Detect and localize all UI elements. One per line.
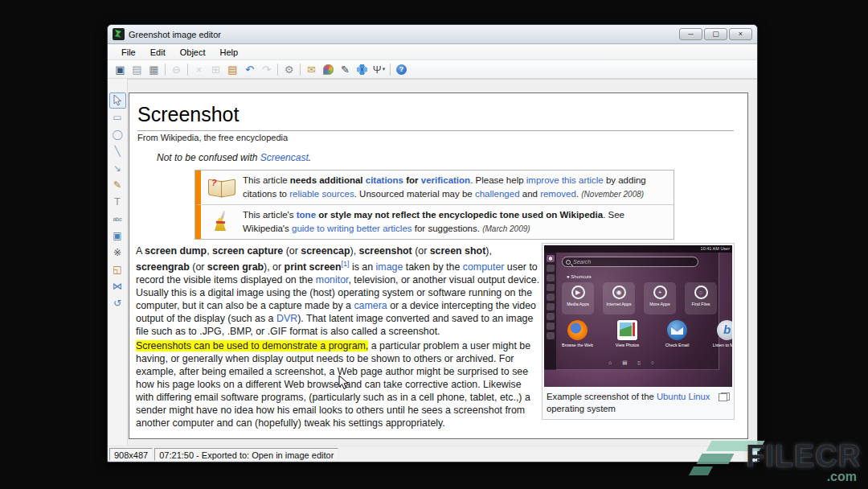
- canvas-area[interactable]: Screenshot From Wikipedia, the free ency…: [128, 79, 757, 446]
- rectangle-icon: ▭: [113, 112, 121, 123]
- watermark-text: FILECR: [746, 439, 861, 474]
- launcher-item: [547, 303, 555, 310]
- wiki-link[interactable]: improve this article: [526, 175, 604, 185]
- settings-button[interactable]: ⚙: [280, 61, 297, 77]
- ellipse-tool[interactable]: ◯: [109, 126, 126, 142]
- menu-help[interactable]: Help: [213, 46, 246, 59]
- redo-icon: ↷: [262, 64, 271, 76]
- palette-button[interactable]: [320, 61, 337, 77]
- text-segment: for: [403, 175, 421, 185]
- toolbar-separator: [165, 64, 166, 76]
- minimize-button[interactable]: ─: [679, 28, 702, 40]
- launcher-item: [547, 323, 555, 330]
- expand-icon[interactable]: [719, 392, 730, 401]
- cursor-tool[interactable]: [109, 92, 126, 109]
- ubuntu-search-placeholder: Search: [573, 259, 591, 265]
- dropdown-arrow-icon[interactable]: ▾: [383, 66, 386, 72]
- delete-icon: ⊖: [172, 64, 181, 76]
- tile-icon: ▶: [571, 286, 585, 299]
- text-segment: a particular problem a user might be hav…: [136, 340, 530, 429]
- maximize-button[interactable]: ▢: [704, 28, 727, 40]
- wiki-link[interactable]: reliable sources: [289, 189, 354, 199]
- redo-button: ↷: [258, 61, 275, 77]
- freehand-tool[interactable]: ✎: [109, 177, 126, 193]
- toolbar-separator: [300, 64, 301, 76]
- close-button[interactable]: ×: [729, 28, 752, 40]
- menu-file[interactable]: File: [114, 46, 143, 59]
- email-button[interactable]: ✉: [303, 61, 320, 77]
- text-segment: screen dump: [145, 245, 207, 257]
- arrow-tool[interactable]: ↘: [109, 160, 126, 176]
- freehand-icon: ✎: [113, 179, 121, 191]
- launcher-item: [547, 294, 555, 301]
- wiki-link[interactable]: challenged: [475, 189, 520, 199]
- paste-button[interactable]: ▤: [224, 61, 241, 77]
- help-button[interactable]: ?: [393, 61, 410, 77]
- menu-edit[interactable]: Edit: [143, 46, 173, 59]
- undo-button[interactable]: ↶: [241, 61, 258, 77]
- counter-tool[interactable]: ▣: [109, 228, 126, 244]
- toolbar: ▣▤▦⊖×⊞▤↶↷⚙✉✎Ψ▾?: [108, 60, 757, 79]
- title-bar[interactable]: Greenshot image editor ─ ▢ ×: [108, 25, 757, 44]
- print-button[interactable]: ▦: [145, 61, 162, 77]
- tile-icon: ◌: [694, 286, 708, 299]
- tile-label: More Apps: [649, 302, 669, 306]
- greenshot-window: Greenshot image editor ─ ▢ × FileEditObj…: [107, 24, 758, 462]
- tool-strip: ▭◯╲↘✎Tabc▣※◱⋈↺: [108, 79, 128, 446]
- captured-screenshot-page[interactable]: Screenshot From Wikipedia, the free ency…: [129, 92, 748, 439]
- rectangle-tool[interactable]: ▭: [109, 109, 126, 125]
- text-segment: (or: [283, 245, 301, 257]
- text-segment: screen grab: [207, 261, 264, 273]
- flip-tool[interactable]: ⋈: [109, 278, 126, 294]
- line-tool[interactable]: ╲: [109, 143, 126, 159]
- dash-tile: ◌Find Files: [685, 282, 717, 314]
- wiki-link[interactable]: camera: [354, 300, 387, 311]
- dash-app: bListen to Music: [711, 320, 732, 347]
- wiki-link[interactable]: verification: [421, 175, 470, 185]
- ubuntu-dash: Search ● Shortcuts ▶Media Apps◉Internet …: [544, 253, 719, 370]
- greenshot-app-icon: [113, 28, 125, 40]
- text-segment: . Please help: [470, 175, 526, 185]
- wiki-link[interactable]: citations: [366, 175, 403, 185]
- dash-tiles: ▶Media Apps◉Internet Apps+More Apps◌Find…: [562, 282, 717, 314]
- dash-tile: ◉Internet Apps: [603, 282, 635, 314]
- dock-icon: ▤: [622, 360, 627, 366]
- wiki-link[interactable]: guide to writing better articles: [292, 224, 412, 233]
- dock-icon: ⌂: [608, 360, 612, 366]
- text-segment: taken by the: [403, 261, 462, 273]
- text-segment: ,: [207, 245, 212, 257]
- status-bar: 908x487 07:21:50 - Exported to: Open in …: [108, 446, 757, 462]
- wiki-link[interactable]: Screencast: [260, 152, 309, 163]
- text-segment: operating system: [547, 404, 616, 413]
- citations-notice-text: This article needs additional citations …: [243, 174, 667, 201]
- edit-button[interactable]: ✎: [337, 61, 354, 77]
- wiki-link[interactable]: Ubuntu Linux: [657, 392, 710, 401]
- wiki-link[interactable]: computer: [463, 261, 505, 273]
- effects-tool[interactable]: ※: [109, 244, 126, 261]
- tone-notice-text: This article's tone or style may not ref…: [243, 208, 667, 236]
- tile-icon: ◉: [612, 286, 626, 299]
- wiki-link[interactable]: monitor: [316, 274, 349, 286]
- tile-label: Media Apps: [567, 302, 589, 306]
- article-title: Screenshot: [137, 103, 734, 131]
- crop-tool[interactable]: ◱: [109, 261, 126, 277]
- rotate-tool[interactable]: ↺: [109, 295, 126, 311]
- copy-to-clipboard-button[interactable]: ▤: [129, 61, 145, 77]
- text-segment: (November 2008): [581, 190, 644, 199]
- effects-icon: [357, 64, 367, 75]
- effects-button[interactable]: [354, 61, 371, 77]
- speechbubble-tool[interactable]: abc: [109, 211, 126, 227]
- text-tool[interactable]: T: [109, 194, 126, 210]
- save-button[interactable]: ▣: [112, 61, 129, 77]
- text-segment: ),: [485, 245, 492, 257]
- wiki-link[interactable]: tone: [297, 210, 316, 220]
- wiki-link[interactable]: removed: [540, 189, 576, 199]
- duplicate-icon: ⊞: [211, 64, 220, 76]
- wiki-link[interactable]: image: [376, 261, 403, 273]
- hatnote: Not to be confused with Screencast.: [157, 152, 311, 163]
- menu-object[interactable]: Object: [173, 46, 213, 59]
- menu-bar: FileEditObjectHelp: [108, 44, 757, 60]
- thumbnail-box: 10:41 AM User Search ● Shortcuts ▶Media …: [542, 243, 735, 420]
- magic-wizard-button[interactable]: Ψ▾: [371, 61, 387, 77]
- wiki-link[interactable]: DVR: [276, 313, 297, 324]
